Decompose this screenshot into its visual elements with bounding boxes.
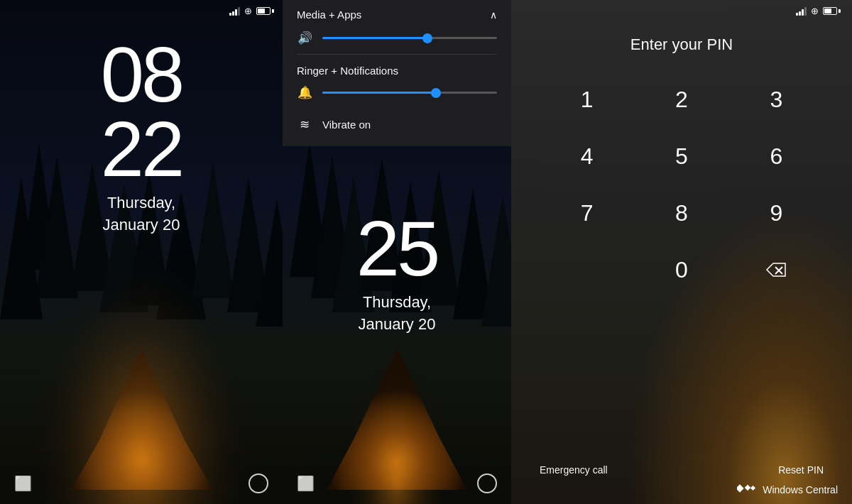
volume-divider: [297, 54, 497, 55]
vibrate-label: Vibrate on: [322, 119, 371, 131]
ringer-slider-fill: [322, 92, 436, 94]
bottom-bar-left: ⬜: [0, 473, 283, 493]
key-4[interactable]: 4: [552, 135, 623, 177]
hour-left: 08: [0, 35, 283, 114]
key-1[interactable]: 1: [552, 78, 623, 121]
backspace-key[interactable]: [741, 248, 812, 291]
panel-right: ⊕ Enter your PIN 1 2 3 4 5 6 7 8 9 0: [511, 0, 852, 504]
volume-header: Media + Apps ∧: [297, 9, 497, 21]
minute-middle: 25: [283, 213, 511, 283]
time-display-left: 08 22 Thursday, January 20: [0, 35, 283, 236]
key-7[interactable]: 7: [552, 192, 623, 234]
key-5[interactable]: 5: [646, 135, 717, 177]
camera-icon-left[interactable]: ⬜: [14, 475, 32, 492]
key-9[interactable]: 9: [741, 192, 812, 234]
time-display-middle: 25 Thursday, January 20: [283, 213, 511, 336]
emergency-call-link[interactable]: Emergency call: [540, 464, 608, 476]
pin-title: Enter your PIN: [511, 35, 852, 54]
chevron-up-icon[interactable]: ∧: [490, 9, 497, 21]
key-3[interactable]: 3: [741, 78, 812, 121]
reset-pin-link[interactable]: Reset PIN: [778, 464, 824, 476]
signal-icon: [229, 6, 240, 16]
signal-icon-right: [796, 6, 807, 16]
battery-icon: [256, 7, 274, 15]
date-left: Thursday, January 20: [0, 192, 283, 236]
home-button-left[interactable]: [248, 473, 268, 493]
lockscreen-panel-left: ⊕ 08 22 Thursday, January 20 ⬜: [0, 0, 283, 504]
svg-rect-30: [750, 486, 755, 491]
battery-icon-right: [823, 7, 841, 15]
keypad-row-1: 1 2 3: [540, 78, 824, 121]
panel-middle: Media + Apps ∧ 🔊 Ringer + Notifications …: [283, 0, 511, 504]
vibrate-icon: ≋: [297, 117, 312, 132]
minute-left: 22: [0, 114, 283, 184]
speaker-icon: 🔊: [297, 31, 312, 45]
windows-central-logo: Windows Central: [737, 483, 838, 497]
wc-logo-icon: [737, 483, 758, 497]
key-0[interactable]: 0: [646, 248, 717, 291]
ringer-volume-row: 🔔: [297, 85, 497, 100]
media-volume-row: 🔊: [297, 31, 497, 45]
bell-icon: 🔔: [297, 85, 312, 100]
volume-title: Media + Apps: [297, 9, 361, 21]
svg-rect-29: [745, 485, 750, 491]
bottom-bar-middle: ⬜: [283, 473, 511, 493]
vibrate-row: ≋ Vibrate on: [297, 117, 497, 132]
keypad-row-4: 0: [540, 248, 824, 291]
key-6[interactable]: 6: [741, 135, 812, 177]
svg-rect-28: [737, 484, 744, 492]
wc-logo-text: Windows Central: [763, 484, 838, 495]
ringer-slider-thumb: [431, 88, 441, 98]
media-slider-track[interactable]: [322, 37, 497, 39]
wifi-icon: ⊕: [244, 6, 252, 16]
media-slider-fill: [322, 37, 427, 39]
wifi-icon-right: ⊕: [811, 6, 819, 16]
date-middle: Thursday, January 20: [283, 292, 511, 336]
keypad-row-3: 7 8 9: [540, 192, 824, 234]
camera-icon-middle[interactable]: ⬜: [297, 475, 315, 492]
media-slider-thumb: [422, 33, 432, 43]
pin-keypad: 1 2 3 4 5 6 7 8 9 0: [511, 78, 852, 305]
pin-footer: Emergency call Reset PIN: [511, 464, 852, 476]
key-2[interactable]: 2: [646, 78, 717, 121]
keypad-row-2: 4 5 6: [540, 135, 824, 177]
status-bar-left: ⊕: [0, 6, 283, 16]
status-bar-right: ⊕: [511, 6, 852, 16]
key-8[interactable]: 8: [646, 192, 717, 234]
volume-overlay: Media + Apps ∧ 🔊 Ringer + Notifications …: [283, 0, 511, 146]
ringer-slider-track[interactable]: [322, 92, 497, 94]
ringer-section-title: Ringer + Notifications: [297, 65, 497, 77]
home-button-middle[interactable]: [477, 473, 497, 493]
